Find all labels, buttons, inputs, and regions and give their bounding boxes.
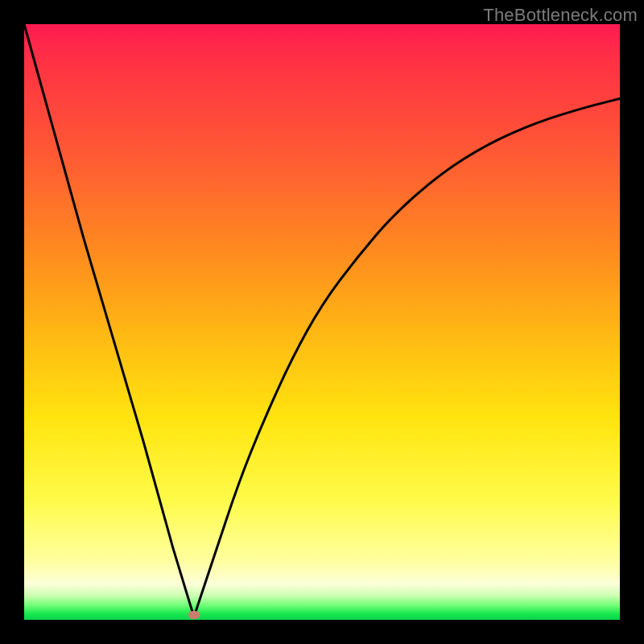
chart-frame: TheBottleneck.com — [0, 0, 644, 644]
right-branch-line — [194, 99, 620, 617]
plot-area — [24, 24, 620, 620]
optimal-point-marker — [188, 611, 200, 619]
watermark-text: TheBottleneck.com — [483, 5, 638, 26]
curve-svg — [24, 24, 620, 620]
left-branch-line — [24, 24, 194, 617]
